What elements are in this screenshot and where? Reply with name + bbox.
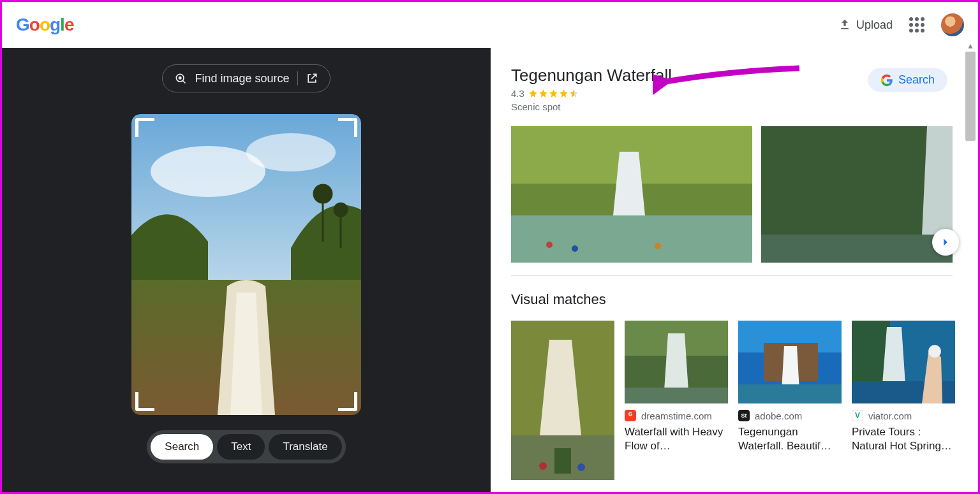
crop-handle-tr[interactable] <box>338 118 357 137</box>
vm-title: Tegenungan Waterfall. Beautif… <box>738 425 842 453</box>
kp-image-2[interactable] <box>761 126 953 263</box>
svg-rect-22 <box>554 448 571 474</box>
svg-rect-13 <box>511 215 752 263</box>
kp-image-row <box>511 126 978 263</box>
visual-matches-grid: ᴳ dreamstime.com Waterfall with Heavy Fl… <box>511 321 978 480</box>
svg-rect-27 <box>625 388 728 403</box>
svg-point-8 <box>314 185 332 203</box>
favicon-icon: St <box>738 410 750 421</box>
vm-source: St adobe.com <box>738 410 842 421</box>
query-image[interactable] <box>131 114 361 415</box>
kp-image-1[interactable] <box>511 126 752 263</box>
vm-source: ᴳ dreamstime.com <box>625 410 728 421</box>
upload-label: Upload <box>856 18 893 32</box>
kp-images-next-button[interactable] <box>932 229 959 256</box>
crop-handle-bl[interactable] <box>135 392 154 411</box>
query-image-content <box>131 114 361 415</box>
crop-handle-tl[interactable] <box>135 118 154 137</box>
svg-point-35 <box>928 345 941 358</box>
vm-card[interactable] <box>511 321 614 480</box>
results-pane: Tegenungan Waterfall 4.3 Scenic s <box>491 48 978 492</box>
chevron-right-icon <box>939 235 953 249</box>
kp-search-button[interactable]: Search <box>868 68 947 92</box>
kp-stars <box>528 89 579 98</box>
svg-point-23 <box>539 462 547 470</box>
upload-button[interactable]: Upload <box>838 18 893 32</box>
svg-point-5 <box>246 133 336 171</box>
lens-image-pane: Find image source <box>2 48 491 492</box>
vm-source: V viator.com <box>852 410 955 421</box>
svg-point-14 <box>546 242 553 248</box>
favicon-icon: V <box>852 410 863 421</box>
vm-thumb <box>852 321 955 403</box>
svg-rect-19 <box>761 235 953 263</box>
tab-text[interactable]: Text <box>217 434 265 460</box>
svg-point-24 <box>577 463 585 471</box>
vm-thumb <box>738 321 842 403</box>
open-external-icon[interactable] <box>306 72 318 85</box>
kp-search-label: Search <box>898 73 935 87</box>
visual-matches-heading: Visual matches <box>511 291 978 308</box>
google-g-icon <box>880 74 893 87</box>
lens-mode-tabs: Search Text Translate <box>147 430 345 463</box>
lens-icon <box>174 72 187 85</box>
scroll-up-arrow[interactable]: ▲ <box>965 41 976 50</box>
favicon-icon: ᴳ <box>625 410 636 421</box>
scrollbar-thumb[interactable] <box>965 52 976 141</box>
kp-title[interactable]: Tegenungan Waterfall <box>511 66 672 85</box>
svg-point-10 <box>334 203 347 216</box>
svg-point-15 <box>572 245 578 252</box>
vm-title: Private Tours : Natural Hot Spring… <box>852 425 955 453</box>
vm-card[interactable]: St adobe.com Tegenungan Waterfall. Beaut… <box>738 321 842 480</box>
vm-thumb <box>511 321 614 480</box>
vm-card[interactable]: ᴳ dreamstime.com Waterfall with Heavy Fl… <box>625 321 728 480</box>
kp-rating: 4.3 <box>511 88 672 99</box>
tab-search[interactable]: Search <box>151 434 213 460</box>
account-avatar[interactable] <box>941 13 964 36</box>
find-image-source-label: Find image source <box>195 72 289 85</box>
svg-point-2 <box>179 76 182 80</box>
vm-card[interactable]: V viator.com Private Tours : Natural Hot… <box>852 321 955 480</box>
find-image-source-button[interactable]: Find image source <box>162 64 330 92</box>
crop-handle-br[interactable] <box>338 392 357 411</box>
apps-grid-icon[interactable] <box>909 17 924 33</box>
kp-rating-value: 4.3 <box>511 88 524 99</box>
kp-subtitle: Scenic spot <box>511 101 672 112</box>
upload-icon <box>838 18 851 31</box>
google-logo[interactable]: Google <box>16 15 73 35</box>
vm-title: Waterfall with Heavy Flow of… <box>625 425 728 453</box>
header: Google Upload <box>2 2 978 48</box>
svg-rect-31 <box>738 384 842 403</box>
svg-line-1 <box>183 80 186 83</box>
vm-thumb <box>625 321 728 403</box>
svg-point-16 <box>655 243 661 249</box>
tab-translate[interactable]: Translate <box>269 434 341 460</box>
